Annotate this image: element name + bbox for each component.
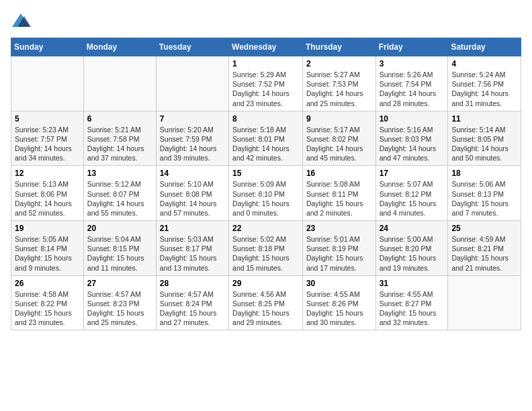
calendar-cell: 8Sunrise: 5:18 AM Sunset: 8:01 PM Daylig… [229, 111, 303, 166]
header-row: SundayMondayTuesdayWednesdayThursdayFrid… [11, 38, 521, 56]
day-info: Sunrise: 5:14 AM Sunset: 8:05 PM Dayligh… [451, 125, 517, 163]
calendar-cell: 7Sunrise: 5:20 AM Sunset: 7:59 PM Daylig… [156, 111, 228, 166]
day-info: Sunrise: 5:17 AM Sunset: 8:02 PM Dayligh… [306, 125, 372, 163]
calendar-table: SundayMondayTuesdayWednesdayThursdayFrid… [11, 38, 521, 330]
day-info: Sunrise: 5:03 AM Sunset: 8:17 PM Dayligh… [160, 234, 225, 273]
calendar-cell: 2Sunrise: 5:27 AM Sunset: 7:53 PM Daylig… [302, 56, 375, 111]
day-number: 27 [87, 279, 152, 288]
calendar-cell: 12Sunrise: 5:13 AM Sunset: 8:06 PM Dayli… [11, 166, 84, 221]
day-number: 25 [451, 224, 517, 233]
week-row-5: 26Sunrise: 4:58 AM Sunset: 8:22 PM Dayli… [11, 275, 521, 330]
day-number: 19 [15, 224, 80, 233]
day-number: 9 [306, 114, 372, 124]
day-number: 22 [232, 224, 299, 233]
calendar-cell: 1Sunrise: 5:29 AM Sunset: 7:52 PM Daylig… [229, 56, 303, 111]
day-number: 30 [306, 279, 372, 288]
day-number: 13 [87, 169, 152, 178]
day-info: Sunrise: 5:09 AM Sunset: 8:10 PM Dayligh… [232, 179, 299, 218]
calendar-cell: 25Sunrise: 4:59 AM Sunset: 8:21 PM Dayli… [448, 221, 521, 276]
col-header-monday: Monday [83, 38, 156, 56]
day-number: 29 [232, 279, 299, 288]
logo [11, 11, 34, 31]
calendar-cell: 31Sunrise: 4:55 AM Sunset: 8:27 PM Dayli… [375, 275, 448, 330]
week-row-3: 12Sunrise: 5:13 AM Sunset: 8:06 PM Dayli… [11, 166, 521, 221]
calendar-cell: 19Sunrise: 5:05 AM Sunset: 8:14 PM Dayli… [11, 221, 84, 276]
day-info: Sunrise: 4:55 AM Sunset: 8:27 PM Dayligh… [380, 289, 445, 328]
calendar-cell: 14Sunrise: 5:10 AM Sunset: 8:08 PM Dayli… [156, 166, 228, 221]
day-number: 4 [451, 59, 517, 68]
calendar-cell: 24Sunrise: 5:00 AM Sunset: 8:20 PM Dayli… [375, 221, 448, 276]
calendar-cell: 29Sunrise: 4:56 AM Sunset: 8:25 PM Dayli… [229, 275, 303, 330]
day-info: Sunrise: 5:24 AM Sunset: 7:56 PM Dayligh… [451, 70, 517, 108]
day-info: Sunrise: 5:01 AM Sunset: 8:19 PM Dayligh… [306, 234, 372, 273]
col-header-wednesday: Wednesday [229, 38, 303, 56]
day-info: Sunrise: 5:16 AM Sunset: 8:03 PM Dayligh… [380, 125, 445, 163]
calendar-cell: 9Sunrise: 5:17 AM Sunset: 8:02 PM Daylig… [302, 111, 375, 166]
day-info: Sunrise: 4:55 AM Sunset: 8:26 PM Dayligh… [306, 289, 372, 328]
day-number: 23 [306, 224, 372, 233]
calendar-cell: 3Sunrise: 5:26 AM Sunset: 7:54 PM Daylig… [375, 56, 448, 111]
calendar-cell: 28Sunrise: 4:57 AM Sunset: 8:24 PM Dayli… [156, 275, 228, 330]
day-info: Sunrise: 5:13 AM Sunset: 8:06 PM Dayligh… [15, 179, 80, 218]
day-info: Sunrise: 5:29 AM Sunset: 7:52 PM Dayligh… [232, 70, 299, 108]
page-header [11, 11, 521, 31]
day-number: 15 [232, 169, 299, 178]
day-number: 7 [160, 114, 225, 124]
day-info: Sunrise: 5:05 AM Sunset: 8:14 PM Dayligh… [15, 234, 80, 273]
day-number: 11 [451, 114, 517, 124]
col-header-thursday: Thursday [302, 38, 375, 56]
col-header-tuesday: Tuesday [156, 38, 228, 56]
week-row-4: 19Sunrise: 5:05 AM Sunset: 8:14 PM Dayli… [11, 221, 521, 276]
calendar-cell [11, 56, 84, 111]
day-info: Sunrise: 4:57 AM Sunset: 8:24 PM Dayligh… [160, 289, 225, 328]
calendar-cell: 16Sunrise: 5:08 AM Sunset: 8:11 PM Dayli… [302, 166, 375, 221]
calendar-cell [156, 56, 228, 111]
calendar-cell: 20Sunrise: 5:04 AM Sunset: 8:15 PM Dayli… [83, 221, 156, 276]
day-info: Sunrise: 4:59 AM Sunset: 8:21 PM Dayligh… [451, 234, 517, 273]
day-number: 12 [15, 169, 80, 178]
day-number: 2 [306, 59, 372, 68]
day-info: Sunrise: 4:56 AM Sunset: 8:25 PM Dayligh… [232, 289, 299, 328]
day-info: Sunrise: 5:08 AM Sunset: 8:11 PM Dayligh… [306, 179, 372, 218]
day-number: 31 [380, 279, 445, 288]
day-number: 8 [232, 114, 299, 124]
logo-icon [11, 11, 31, 31]
calendar-cell: 4Sunrise: 5:24 AM Sunset: 7:56 PM Daylig… [448, 56, 521, 111]
day-number: 26 [15, 279, 80, 288]
day-number: 17 [380, 169, 445, 178]
calendar-cell: 23Sunrise: 5:01 AM Sunset: 8:19 PM Dayli… [302, 221, 375, 276]
calendar-cell: 22Sunrise: 5:02 AM Sunset: 8:18 PM Dayli… [229, 221, 303, 276]
day-info: Sunrise: 5:06 AM Sunset: 8:13 PM Dayligh… [451, 179, 517, 218]
day-info: Sunrise: 5:18 AM Sunset: 8:01 PM Dayligh… [232, 125, 299, 163]
day-info: Sunrise: 4:58 AM Sunset: 8:22 PM Dayligh… [15, 289, 80, 328]
day-info: Sunrise: 5:23 AM Sunset: 7:57 PM Dayligh… [15, 125, 80, 163]
day-number: 28 [160, 279, 225, 288]
day-info: Sunrise: 5:27 AM Sunset: 7:53 PM Dayligh… [306, 70, 372, 108]
calendar-cell: 13Sunrise: 5:12 AM Sunset: 8:07 PM Dayli… [83, 166, 156, 221]
day-number: 21 [160, 224, 225, 233]
calendar-cell: 18Sunrise: 5:06 AM Sunset: 8:13 PM Dayli… [448, 166, 521, 221]
day-info: Sunrise: 5:20 AM Sunset: 7:59 PM Dayligh… [160, 125, 225, 163]
day-info: Sunrise: 5:02 AM Sunset: 8:18 PM Dayligh… [232, 234, 299, 273]
calendar-cell: 15Sunrise: 5:09 AM Sunset: 8:10 PM Dayli… [229, 166, 303, 221]
day-number: 24 [380, 224, 445, 233]
day-info: Sunrise: 5:12 AM Sunset: 8:07 PM Dayligh… [87, 179, 152, 218]
day-info: Sunrise: 5:07 AM Sunset: 8:12 PM Dayligh… [380, 179, 445, 218]
day-number: 10 [380, 114, 445, 124]
week-row-2: 5Sunrise: 5:23 AM Sunset: 7:57 PM Daylig… [11, 111, 521, 166]
day-number: 14 [160, 169, 225, 178]
col-header-saturday: Saturday [448, 38, 521, 56]
day-info: Sunrise: 5:04 AM Sunset: 8:15 PM Dayligh… [87, 234, 152, 273]
col-header-sunday: Sunday [11, 38, 84, 56]
calendar-cell: 30Sunrise: 4:55 AM Sunset: 8:26 PM Dayli… [302, 275, 375, 330]
calendar-cell: 11Sunrise: 5:14 AM Sunset: 8:05 PM Dayli… [448, 111, 521, 166]
calendar-cell: 5Sunrise: 5:23 AM Sunset: 7:57 PM Daylig… [11, 111, 84, 166]
calendar-cell [83, 56, 156, 111]
day-number: 6 [87, 114, 152, 124]
day-info: Sunrise: 5:21 AM Sunset: 7:58 PM Dayligh… [87, 125, 152, 163]
day-number: 3 [380, 59, 445, 68]
day-info: Sunrise: 5:26 AM Sunset: 7:54 PM Dayligh… [380, 70, 445, 108]
calendar-cell: 27Sunrise: 4:57 AM Sunset: 8:23 PM Dayli… [83, 275, 156, 330]
calendar-cell [448, 275, 521, 330]
day-info: Sunrise: 5:10 AM Sunset: 8:08 PM Dayligh… [160, 179, 225, 218]
